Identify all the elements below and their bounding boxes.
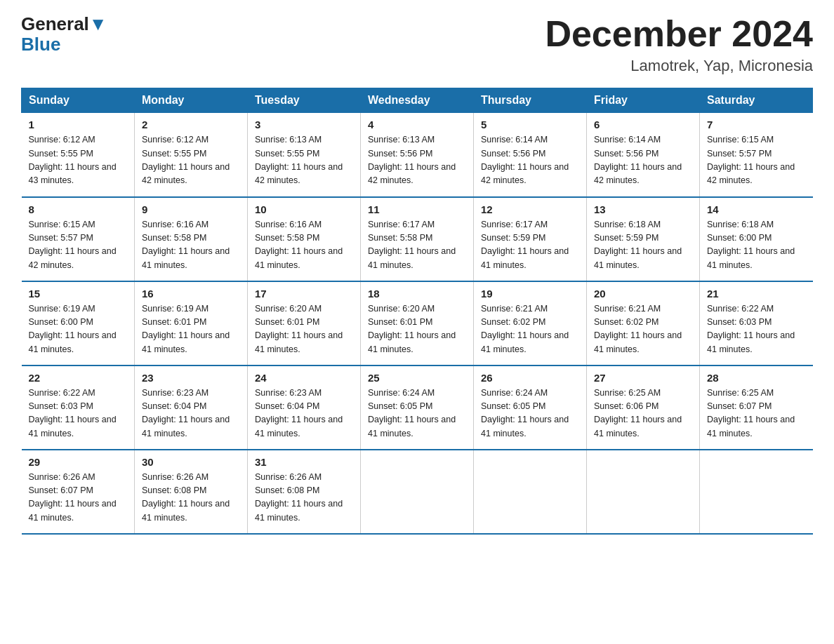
day-number: 29: [29, 456, 128, 468]
day-number: 10: [255, 203, 353, 215]
calendar-week-row: 8Sunrise: 6:15 AMSunset: 5:57 PMDaylight…: [22, 197, 813, 281]
calendar-cell: [361, 450, 474, 534]
calendar-week-row: 1Sunrise: 6:12 AMSunset: 5:55 PMDaylight…: [22, 113, 813, 197]
day-info: Sunrise: 6:12 AMSunset: 5:55 PMDaylight:…: [29, 133, 128, 188]
calendar-cell: 12Sunrise: 6:17 AMSunset: 5:59 PMDayligh…: [474, 197, 587, 281]
day-number: 21: [707, 288, 806, 300]
day-number: 12: [481, 203, 579, 215]
calendar-cell: [474, 450, 587, 534]
calendar-cell: 29Sunrise: 6:26 AMSunset: 6:07 PMDayligh…: [22, 450, 135, 534]
calendar-cell: 18Sunrise: 6:20 AMSunset: 6:01 PMDayligh…: [361, 281, 474, 365]
day-info: Sunrise: 6:23 AMSunset: 6:04 PMDaylight:…: [255, 387, 353, 441]
day-info: Sunrise: 6:15 AMSunset: 5:57 PMDaylight:…: [29, 218, 128, 273]
day-number: 6: [594, 119, 692, 130]
day-info: Sunrise: 6:22 AMSunset: 6:03 PMDaylight:…: [29, 387, 128, 441]
calendar-cell: 9Sunrise: 6:16 AMSunset: 5:58 PMDaylight…: [135, 197, 248, 281]
calendar-cell: 13Sunrise: 6:18 AMSunset: 5:59 PMDayligh…: [587, 197, 700, 281]
day-info: Sunrise: 6:18 AMSunset: 6:00 PMDaylight:…: [707, 218, 806, 273]
day-number: 15: [29, 288, 128, 300]
day-number: 13: [594, 203, 692, 215]
calendar-cell: 14Sunrise: 6:18 AMSunset: 6:00 PMDayligh…: [700, 197, 813, 281]
day-info: Sunrise: 6:13 AMSunset: 5:55 PMDaylight:…: [255, 133, 353, 188]
location-title: Lamotrek, Yap, Micronesia: [545, 57, 813, 75]
day-number: 31: [255, 456, 353, 468]
calendar-cell: 6Sunrise: 6:14 AMSunset: 5:56 PMDaylight…: [587, 113, 700, 197]
day-info: Sunrise: 6:18 AMSunset: 5:59 PMDaylight:…: [594, 218, 692, 273]
day-number: 28: [707, 372, 806, 384]
day-info: Sunrise: 6:19 AMSunset: 6:01 PMDaylight:…: [142, 302, 240, 357]
calendar-cell: 19Sunrise: 6:21 AMSunset: 6:02 PMDayligh…: [474, 281, 587, 365]
day-info: Sunrise: 6:24 AMSunset: 6:05 PMDaylight:…: [481, 387, 579, 441]
logo-blue: Blue: [21, 34, 60, 55]
calendar-week-row: 15Sunrise: 6:19 AMSunset: 6:00 PMDayligh…: [22, 281, 813, 365]
day-number: 20: [594, 288, 692, 300]
day-info: Sunrise: 6:19 AMSunset: 6:00 PMDaylight:…: [29, 302, 128, 357]
day-info: Sunrise: 6:22 AMSunset: 6:03 PMDaylight:…: [707, 302, 806, 357]
day-info: Sunrise: 6:17 AMSunset: 5:59 PMDaylight:…: [481, 218, 579, 273]
column-header-saturday: Saturday: [700, 88, 813, 113]
day-info: Sunrise: 6:23 AMSunset: 6:04 PMDaylight:…: [142, 387, 240, 441]
calendar-cell: 4Sunrise: 6:13 AMSunset: 5:56 PMDaylight…: [361, 113, 474, 197]
calendar-cell: 28Sunrise: 6:25 AMSunset: 6:07 PMDayligh…: [700, 365, 813, 450]
logo-text: General▼Blue: [21, 14, 107, 54]
calendar-cell: 3Sunrise: 6:13 AMSunset: 5:55 PMDaylight…: [248, 113, 361, 197]
calendar-cell: 27Sunrise: 6:25 AMSunset: 6:06 PMDayligh…: [587, 365, 700, 450]
month-title: December 2024: [545, 14, 813, 54]
calendar-cell: 15Sunrise: 6:19 AMSunset: 6:00 PMDayligh…: [22, 281, 135, 365]
day-info: Sunrise: 6:15 AMSunset: 5:57 PMDaylight:…: [707, 133, 806, 188]
calendar-cell: 2Sunrise: 6:12 AMSunset: 5:55 PMDaylight…: [135, 113, 248, 197]
day-number: 30: [142, 456, 240, 468]
calendar-cell: 11Sunrise: 6:17 AMSunset: 5:58 PMDayligh…: [361, 197, 474, 281]
day-number: 19: [481, 288, 579, 300]
day-number: 24: [255, 372, 353, 384]
calendar-cell: 22Sunrise: 6:22 AMSunset: 6:03 PMDayligh…: [22, 365, 135, 450]
calendar-header-row: SundayMondayTuesdayWednesdayThursdayFrid…: [22, 88, 813, 113]
day-info: Sunrise: 6:20 AMSunset: 6:01 PMDaylight:…: [255, 302, 353, 357]
calendar-table: SundayMondayTuesdayWednesdayThursdayFrid…: [21, 88, 813, 535]
column-header-thursday: Thursday: [474, 88, 587, 113]
day-number: 7: [707, 119, 806, 130]
column-header-wednesday: Wednesday: [361, 88, 474, 113]
day-number: 5: [481, 119, 579, 130]
day-number: 17: [255, 288, 353, 300]
logo: General▼Blue: [21, 14, 107, 54]
day-info: Sunrise: 6:14 AMSunset: 5:56 PMDaylight:…: [594, 133, 692, 188]
column-header-monday: Monday: [135, 88, 248, 113]
day-number: 16: [142, 288, 240, 300]
day-number: 2: [142, 119, 240, 130]
calendar-cell: 8Sunrise: 6:15 AMSunset: 5:57 PMDaylight…: [22, 197, 135, 281]
day-info: Sunrise: 6:25 AMSunset: 6:06 PMDaylight:…: [594, 387, 692, 441]
day-info: Sunrise: 6:26 AMSunset: 6:07 PMDaylight:…: [29, 471, 128, 525]
day-number: 26: [481, 372, 579, 384]
day-info: Sunrise: 6:24 AMSunset: 6:05 PMDaylight:…: [368, 387, 466, 441]
calendar-cell: 23Sunrise: 6:23 AMSunset: 6:04 PMDayligh…: [135, 365, 248, 450]
calendar-cell: 25Sunrise: 6:24 AMSunset: 6:05 PMDayligh…: [361, 365, 474, 450]
calendar-cell: 21Sunrise: 6:22 AMSunset: 6:03 PMDayligh…: [700, 281, 813, 365]
day-info: Sunrise: 6:16 AMSunset: 5:58 PMDaylight:…: [142, 218, 240, 273]
calendar-cell: [587, 450, 700, 534]
day-number: 27: [594, 372, 692, 384]
calendar-cell: 20Sunrise: 6:21 AMSunset: 6:02 PMDayligh…: [587, 281, 700, 365]
logo-triangle-icon: ▼: [89, 13, 107, 34]
title-area: December 2024 Lamotrek, Yap, Micronesia: [545, 14, 813, 75]
day-info: Sunrise: 6:16 AMSunset: 5:58 PMDaylight:…: [255, 218, 353, 273]
day-number: 14: [707, 203, 806, 215]
day-number: 25: [368, 372, 466, 384]
calendar-cell: 7Sunrise: 6:15 AMSunset: 5:57 PMDaylight…: [700, 113, 813, 197]
day-number: 4: [368, 119, 466, 130]
day-info: Sunrise: 6:17 AMSunset: 5:58 PMDaylight:…: [368, 218, 466, 273]
calendar-cell: 10Sunrise: 6:16 AMSunset: 5:58 PMDayligh…: [248, 197, 361, 281]
day-number: 11: [368, 203, 466, 215]
calendar-cell: 24Sunrise: 6:23 AMSunset: 6:04 PMDayligh…: [248, 365, 361, 450]
day-info: Sunrise: 6:26 AMSunset: 6:08 PMDaylight:…: [255, 471, 353, 525]
calendar-cell: 5Sunrise: 6:14 AMSunset: 5:56 PMDaylight…: [474, 113, 587, 197]
calendar-week-row: 29Sunrise: 6:26 AMSunset: 6:07 PMDayligh…: [22, 450, 813, 534]
calendar-cell: 16Sunrise: 6:19 AMSunset: 6:01 PMDayligh…: [135, 281, 248, 365]
column-header-sunday: Sunday: [22, 88, 135, 113]
page-header: General▼Blue December 2024 Lamotrek, Yap…: [21, 14, 813, 75]
day-info: Sunrise: 6:21 AMSunset: 6:02 PMDaylight:…: [594, 302, 692, 357]
calendar-cell: 1Sunrise: 6:12 AMSunset: 5:55 PMDaylight…: [22, 113, 135, 197]
day-number: 9: [142, 203, 240, 215]
day-info: Sunrise: 6:21 AMSunset: 6:02 PMDaylight:…: [481, 302, 579, 357]
day-number: 22: [29, 372, 128, 384]
